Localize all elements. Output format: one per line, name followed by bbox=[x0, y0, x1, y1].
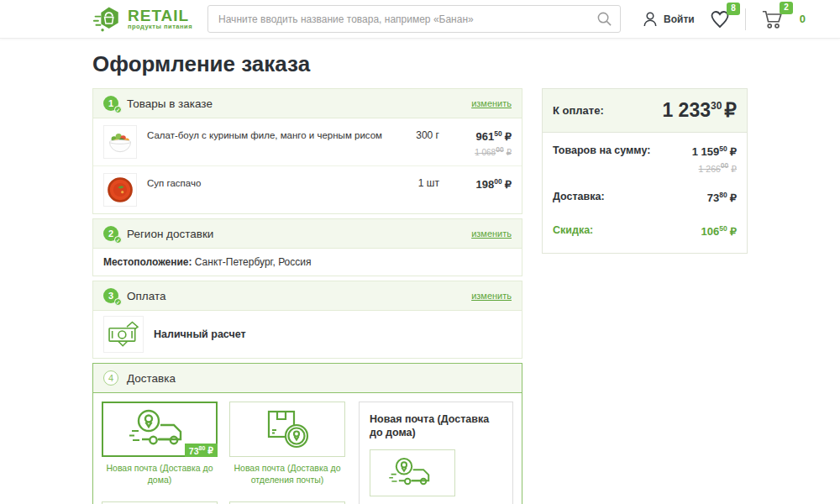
step-badge-1: 1 ✓ bbox=[103, 96, 118, 111]
product-name: Суп гаспачо bbox=[137, 173, 396, 191]
cash-icon bbox=[103, 316, 144, 353]
cart-button[interactable]: 2 bbox=[761, 9, 783, 29]
region-location: Местоположение: Санкт-Петербург, Россия bbox=[93, 249, 522, 276]
delivery-detail-panel: Новая почта (Доставка до дома) bbox=[359, 402, 513, 504]
summary-items-value: 1 15950₽ bbox=[692, 144, 737, 158]
change-payment-link[interactable]: изменить bbox=[471, 291, 512, 301]
search-bar bbox=[207, 5, 621, 33]
product-price: 96150₽ bbox=[476, 130, 512, 143]
change-region-link[interactable]: изменить bbox=[471, 228, 512, 239]
section-title: Регион доставки bbox=[127, 228, 213, 240]
summary-discount-value: 10650₽ bbox=[701, 224, 737, 238]
section-title: Оплата bbox=[127, 290, 165, 302]
product-name: Салат-боул с куриным филе, манго и черны… bbox=[137, 125, 396, 143]
location-label: Местоположение: bbox=[103, 256, 192, 268]
product-row: Суп гаспачо 1 шт 19800₽ bbox=[93, 165, 522, 213]
login-label: Войти bbox=[664, 13, 695, 25]
page-title: Оформление заказа bbox=[92, 51, 840, 77]
parcel-pin-icon bbox=[260, 407, 314, 451]
login-button[interactable]: Войти bbox=[643, 11, 695, 28]
brand-name: RETAIL bbox=[128, 7, 189, 24]
product-qty: 300 г bbox=[396, 125, 439, 141]
delivery-detail-iconbox bbox=[370, 449, 455, 496]
summary-total-row: К оплате: 1 23330₽ bbox=[543, 89, 747, 133]
logo-icon bbox=[92, 5, 123, 34]
product-row: Салат-боул с куриным филе, манго и черны… bbox=[93, 118, 522, 165]
check-icon: ✓ bbox=[114, 106, 122, 113]
section-title: Товары в заказе bbox=[127, 97, 213, 110]
section-delivery-region-header: 2 ✓ Регион доставки изменить bbox=[93, 219, 522, 249]
delivery-truck-pin-icon bbox=[387, 456, 438, 490]
gazpacho-thumbnail bbox=[103, 173, 137, 207]
summary-total-value: 1 23330₽ bbox=[662, 99, 737, 122]
product-price: 19800₽ bbox=[476, 178, 512, 191]
delivery-option-nova-home[interactable]: 7380₽ Новая почта (Доставка до дома) bbox=[102, 402, 218, 491]
section-title: Доставка bbox=[127, 372, 176, 385]
section-delivery-region: 2 ✓ Регион доставки изменить Местоположе… bbox=[92, 218, 522, 276]
location-value: Санкт-Петербург, Россия bbox=[195, 256, 312, 268]
summary-total-label: К оплате: bbox=[553, 104, 604, 117]
delivery-option-nova-branch[interactable]: Новая почта (Доставка до отделения почты… bbox=[229, 402, 345, 491]
header-divider bbox=[745, 8, 746, 30]
section-payment-header: 3 ✓ Оплата изменить bbox=[93, 281, 522, 311]
product-old-price: 1 06800₽ bbox=[439, 145, 512, 157]
check-icon: ✓ bbox=[114, 236, 122, 244]
logo[interactable]: RETAIL продукты питания bbox=[92, 5, 192, 34]
payment-method: Наличный расчет bbox=[154, 328, 246, 340]
user-icon bbox=[643, 11, 658, 28]
section-delivery-header: 4 Доставка bbox=[93, 364, 522, 393]
product-qty: 1 шт bbox=[396, 173, 439, 189]
section-order-items: 1 ✓ Товары в заказе изменить Салат-бо bbox=[92, 88, 522, 214]
section-payment: 3 ✓ Оплата изменить Наличный расчет bbox=[92, 281, 522, 359]
summary-items-old-value: 1 26600₽ bbox=[553, 160, 737, 179]
header: RETAIL продукты питания Войти bbox=[0, 0, 840, 39]
step-badge-4: 4 bbox=[103, 370, 118, 386]
search-input[interactable] bbox=[207, 5, 621, 33]
cart-total: 0 bbox=[800, 13, 806, 25]
delivery-detail-title: Новая почта (Доставка до дома) bbox=[370, 412, 502, 440]
favorites-badge: 8 bbox=[727, 3, 740, 15]
order-summary: К оплате: 1 23330₽ Товаров на сумму: 1 1… bbox=[542, 88, 748, 254]
salad-bowl-thumbnail bbox=[103, 125, 137, 159]
delivery-option-label: Новая почта (Доставка до отделения почты… bbox=[229, 462, 345, 486]
summary-discount-row: Скидка: 10650₽ bbox=[553, 213, 737, 246]
section-delivery: 4 Доставка bbox=[92, 363, 522, 504]
favorites-button[interactable]: 8 bbox=[710, 10, 730, 29]
brand-tagline: продукты питания bbox=[128, 24, 192, 30]
summary-items-row: Товаров на сумму: 1 15950₽ bbox=[553, 136, 737, 160]
cart-badge: 2 bbox=[780, 2, 793, 14]
search-icon[interactable] bbox=[596, 11, 612, 27]
delivery-price-badge: 7380₽ bbox=[185, 444, 218, 458]
summary-delivery-value: 7380₽ bbox=[707, 191, 737, 204]
change-items-link[interactable]: изменить bbox=[471, 98, 512, 108]
step-badge-3: 3 ✓ bbox=[103, 288, 118, 303]
step-badge-2: 2 ✓ bbox=[103, 226, 118, 241]
check-icon: ✓ bbox=[114, 298, 122, 306]
section-order-items-header: 1 ✓ Товары в заказе изменить bbox=[93, 89, 522, 118]
delivery-truck-pin-icon bbox=[127, 407, 192, 451]
summary-delivery-row: Доставка: 7380₽ bbox=[553, 179, 737, 213]
delivery-option-label: Новая почта (Доставка до дома) bbox=[102, 462, 218, 486]
